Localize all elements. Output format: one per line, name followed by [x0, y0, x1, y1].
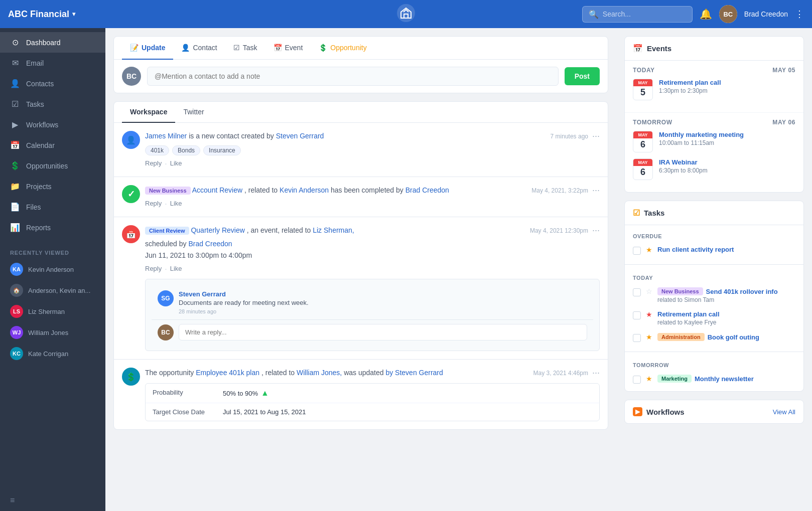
search-input[interactable] [603, 10, 686, 18]
feed-tab-twitter[interactable]: Twitter [175, 102, 212, 123]
sidebar-item-dashboard[interactable]: ⊙ Dashboard [0, 32, 105, 53]
compose-avatar: BC [122, 67, 141, 86]
contact-link4[interactable]: William Jones, [297, 369, 342, 377]
recent-item-label: Kate Corrigan [28, 350, 68, 358]
creator-link[interactable]: Steven Gerrard [276, 132, 324, 140]
opportunities-icon: 💲 [10, 161, 20, 171]
task-title[interactable]: Send 401k rollover info [706, 288, 778, 295]
feed-item-more-icon[interactable]: ··· [592, 368, 600, 378]
tab-event-label: Event [285, 44, 303, 52]
contact-link[interactable]: James Milner [145, 132, 187, 140]
sidebar-item-contacts[interactable]: 👤 Contacts [0, 73, 105, 94]
star-red-icon[interactable]: ★ [646, 310, 652, 318]
workflows-view-all[interactable]: View All [773, 408, 795, 416]
reply-author[interactable]: Steven Gerrard [179, 290, 309, 298]
sidebar-item-reports[interactable]: 📊 Reports [0, 217, 105, 238]
task-title[interactable]: Run client activity report [657, 246, 795, 253]
tab-update[interactable]: 📝 Update [122, 37, 173, 60]
event-item-marketing: MAY 6 Monthly marketing meeting 10:00am … [633, 131, 795, 152]
task-checkbox[interactable] [633, 311, 641, 319]
task-title[interactable]: Book golf outing [708, 333, 759, 341]
badge-administration: Administration [657, 333, 705, 341]
star-outline-icon[interactable]: ☆ [646, 287, 652, 295]
feed-item-more-icon[interactable]: ··· [592, 131, 600, 141]
opportunity-link2[interactable]: Employee 401k plan [196, 369, 259, 377]
feed-item-content: New Business Account Review , related to… [145, 185, 600, 209]
search-box[interactable]: 🔍 [582, 6, 693, 23]
reply-box: SG Steven Gerrard Documents are ready fo… [145, 279, 600, 351]
brand[interactable]: ABC Financial ▾ [8, 9, 75, 20]
task-title[interactable]: Retirement plan call [657, 310, 795, 318]
sidebar-item-files[interactable]: 📄 Files [0, 197, 105, 217]
sidebar-item-label: Opportunities [26, 162, 68, 170]
event-link[interactable]: Quarterly Review [191, 226, 244, 234]
event-time: 1:30pm to 2:30pm [659, 87, 721, 94]
sidebar-item-calendar[interactable]: 📅 Calendar [0, 135, 105, 155]
sidebar-item-workflows[interactable]: ▶ Workflows [0, 114, 105, 135]
task-title[interactable]: Monthly newsletter [695, 375, 754, 383]
like-action[interactable]: Like [170, 200, 182, 209]
reply-input[interactable] [179, 324, 587, 340]
recent-item-anderson-kevin[interactable]: 🏠 Anderson, Kevin an... [0, 280, 105, 301]
sidebar-item-email[interactable]: ✉ Email [0, 53, 105, 73]
files-icon: 📄 [10, 202, 20, 212]
recent-avatar-house: 🏠 [10, 284, 23, 297]
task-checkbox[interactable] [633, 334, 641, 342]
updater-link[interactable]: by Steven Gerrard [385, 369, 443, 377]
events-section-tomorrow: TOMORROW May 06 MAY 6 Monthly marketing … [625, 112, 803, 192]
topnav-more-icon[interactable]: ⋮ [795, 9, 804, 20]
feed-item-meta: New Business Account Review , related to… [145, 185, 600, 196]
feed-tab-workspace[interactable]: Workspace [122, 102, 175, 123]
tab-opportunity[interactable]: 💲 Opportunity [311, 37, 374, 60]
tab-contact[interactable]: 👤 Contact [173, 37, 225, 60]
app-logo [397, 4, 415, 24]
contact-link3[interactable]: Liz Sherman, [313, 226, 354, 234]
like-action[interactable]: Like [170, 265, 182, 274]
sidebar-collapse-button[interactable]: ≡ [0, 490, 105, 511]
task-checkbox[interactable] [633, 247, 641, 255]
event-title[interactable]: Retirement plan call [659, 79, 721, 86]
recent-item-liz-sherman[interactable]: LS Liz Sherman [0, 301, 105, 322]
scheduler-link[interactable]: Brad Creedon [188, 240, 232, 248]
sidebar-item-tasks[interactable]: ☑ Tasks [0, 94, 105, 114]
recent-item-kate-corrigan[interactable]: KC Kate Corrigan [0, 343, 105, 364]
compose-input[interactable] [147, 67, 559, 86]
feed-item-more-icon[interactable]: ··· [592, 185, 600, 196]
workflows-play-icon: ▶ [633, 407, 642, 416]
reports-icon: 📊 [10, 223, 20, 232]
reply-action[interactable]: Reply [145, 159, 162, 168]
star-yellow-icon[interactable]: ★ [646, 246, 652, 254]
search-icon: 🔍 [589, 10, 599, 19]
tab-task[interactable]: ☑ Task [225, 37, 265, 60]
sidebar-item-opportunities[interactable]: 💲 Opportunities [0, 155, 105, 176]
recent-item-william-jones[interactable]: WJ William Jones [0, 322, 105, 343]
task-checkbox[interactable] [633, 288, 641, 296]
brand-dropdown[interactable]: ▾ [72, 11, 75, 18]
notifications-bell[interactable]: 🔔 [700, 8, 712, 20]
feed-item-more-icon[interactable]: ··· [592, 225, 600, 236]
star-yellow-icon[interactable]: ★ [646, 375, 652, 383]
like-action[interactable]: Like [170, 159, 182, 168]
star-yellow-icon[interactable]: ★ [646, 333, 652, 341]
post-button[interactable]: Post [565, 67, 600, 85]
reply-action[interactable]: Reply [145, 265, 162, 274]
reply-action[interactable]: Reply [145, 200, 162, 209]
reply-text: Documents are ready for meeting next wee… [179, 299, 309, 306]
event-title[interactable]: IRA Webinar [659, 158, 708, 166]
task-checkbox[interactable] [633, 376, 641, 384]
contact-link2[interactable]: Kevin Anderson [280, 186, 329, 194]
opportunity-link[interactable]: Account Review [192, 186, 242, 194]
recent-item-kevin-anderson[interactable]: KA Kevin Anderson [0, 259, 105, 280]
recent-item-label: William Jones [28, 329, 68, 336]
sidebar-item-projects[interactable]: 📁 Projects [0, 176, 105, 197]
workflows-widget-title: ▶ Workflows [633, 407, 685, 416]
sidebar-item-label: Contacts [26, 80, 54, 88]
event-date-badge: MAY 5 [633, 79, 653, 100]
sidebar-item-label: Projects [26, 183, 52, 191]
task-item-retirement-call: ★ Retirement plan call related to Kaylee… [633, 307, 795, 329]
event-title[interactable]: Monthly marketing meeting [659, 131, 744, 138]
reply-input-row: BC [152, 319, 593, 345]
user-link[interactable]: Brad Creedon [405, 186, 449, 194]
tab-event[interactable]: 📅 Event [265, 37, 311, 60]
feed-item-meta: Client Review Quarterly Review , an even… [145, 225, 600, 236]
